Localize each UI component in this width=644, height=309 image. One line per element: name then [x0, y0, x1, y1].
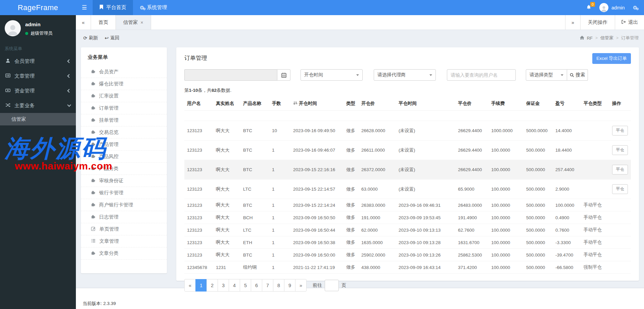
- cell-margin: 500.0000: [523, 224, 553, 236]
- cell-realname: 啊大大: [213, 141, 240, 160]
- cell-profit: -3.3300: [553, 236, 581, 249]
- bizmenu-item[interactable]: 商户银行卡管理: [81, 199, 167, 211]
- order-row: 123123啊大大BCH12023-09-09 16:50:50做多191.00…: [184, 211, 631, 224]
- bizmenu-item[interactable]: 产品分类: [81, 163, 167, 175]
- close-position-button[interactable]: 平仓: [612, 145, 628, 155]
- chevron-left-icon: [67, 89, 71, 92]
- tab-home[interactable]: 首页: [91, 15, 116, 30]
- cell-open-price: 63.0000: [359, 180, 396, 199]
- bizmenu-item[interactable]: 交易总览: [81, 126, 167, 139]
- nav-item-platform-home[interactable]: 平台首页: [93, 0, 133, 15]
- settings-button[interactable]: ⚙⚙: [633, 5, 637, 10]
- bizmenu-item[interactable]: 产品风控: [81, 151, 167, 163]
- sidebar-item-articles[interactable]: 文章管理: [0, 69, 76, 83]
- cell-product: LTC: [240, 180, 269, 199]
- cell-action: [609, 236, 631, 249]
- logout-button[interactable]: 退出: [615, 15, 644, 30]
- sidebar-item-main-business[interactable]: 主要业务: [0, 98, 76, 113]
- agent-select-value: 请选择代理商: [377, 72, 406, 78]
- close-position-button[interactable]: 平仓: [612, 165, 628, 175]
- bizmenu-item[interactable]: 订单管理: [81, 102, 167, 114]
- agent-select[interactable]: 请选择代理商: [374, 69, 436, 81]
- refresh-button[interactable]: ⟳刷新: [83, 35, 98, 41]
- page-button[interactable]: 1: [195, 279, 207, 292]
- cell-profit: 0.4900: [553, 211, 581, 224]
- page-button[interactable]: 5: [240, 279, 251, 292]
- cell-fee: 100.0000: [489, 261, 523, 274]
- goto-page-input[interactable]: [325, 280, 339, 291]
- cell-product: [240, 111, 269, 121]
- search-button[interactable]: 搜索: [567, 69, 588, 81]
- tab-close-icon[interactable]: ×: [141, 20, 143, 25]
- brand-logo[interactable]: RageFrame: [0, 0, 76, 15]
- back-button[interactable]: ↩返回: [105, 35, 120, 41]
- puzzle-icon: [91, 166, 95, 171]
- user-menu-label: admin: [611, 5, 625, 10]
- page-button[interactable]: 3: [218, 279, 229, 292]
- bizmenu-item[interactable]: 审核身份证: [81, 175, 167, 187]
- tab-xinguanjia[interactable]: 信管家 ×: [116, 15, 151, 30]
- column-header[interactable]: 开仓时间: [290, 97, 343, 111]
- bizmenu-item[interactable]: 单页管理: [81, 223, 167, 235]
- page-button[interactable]: 2: [206, 279, 218, 292]
- cell-fee: 100.0000: [489, 180, 523, 199]
- bizmenu-item-label: 汇率设置: [99, 93, 119, 99]
- tab-scroll-left-button[interactable]: «: [76, 15, 91, 30]
- close-position-button[interactable]: 平仓: [612, 126, 628, 136]
- cell-fee: 100.0000: [489, 160, 523, 180]
- bizmenu-item-label: 日志管理: [99, 214, 119, 220]
- order-row: 123123啊大大BTC12023-09-15 22:16:16做多26372.…: [184, 160, 631, 180]
- close-operations-button[interactable]: 关闭操作: [580, 15, 615, 30]
- sidebar-item-members[interactable]: 会员管理: [0, 54, 76, 69]
- sidebar-toggle-button[interactable]: ☰: [76, 0, 93, 15]
- sidebar-subitem-xinguanjia[interactable]: 信管家: [0, 113, 76, 125]
- cell-close-price: 65.9000: [455, 180, 489, 199]
- bookmark-icon: [99, 5, 103, 10]
- user-menu-button[interactable]: admin: [599, 3, 625, 12]
- bizmenu-item[interactable]: 文章管理: [81, 235, 167, 247]
- type-select[interactable]: 请选择类型: [526, 69, 567, 81]
- cell-product: BCH: [240, 211, 269, 224]
- bizmenu-item[interactable]: 爆仓比管理: [81, 78, 167, 90]
- bizmenu-item-label: 审核身份证: [99, 178, 124, 184]
- close-position-button[interactable]: 平仓: [612, 184, 628, 194]
- page-next-button[interactable]: »: [295, 279, 307, 292]
- username-search-input[interactable]: [447, 69, 516, 81]
- cell-open-time: 2023-09-09 16:50:50: [290, 211, 343, 224]
- bizmenu-item[interactable]: 会员资产: [81, 66, 167, 78]
- page-button[interactable]: 9: [284, 279, 295, 292]
- page-button[interactable]: 7: [262, 279, 273, 292]
- nav-item-system-admin[interactable]: ⚙⚙ 系统管理: [133, 0, 174, 15]
- page-button[interactable]: 8: [273, 279, 284, 292]
- sidebar-item-funds[interactable]: 资金管理: [0, 83, 76, 98]
- tab-scroll-right-button[interactable]: »: [565, 15, 580, 30]
- notifications-button[interactable]: 0: [586, 4, 591, 11]
- open-time-select[interactable]: 开仓时间: [301, 69, 363, 81]
- bizmenu-item[interactable]: 汇率设置: [81, 90, 167, 102]
- top-navbar: RageFrame ☰ 平台首页 ⚙⚙ 系统管理 0 admin ⚙⚙: [0, 0, 644, 15]
- filter-row: 开仓时间 请选择代理商 请选择类型 搜索: [184, 69, 631, 81]
- cell-close-price: [455, 111, 489, 121]
- column-header: 真实姓名: [213, 97, 240, 111]
- bizmenu-item[interactable]: 银行卡管理: [81, 187, 167, 199]
- date-range-input[interactable]: [184, 69, 277, 81]
- bizmenu-item[interactable]: 日志管理: [81, 211, 167, 223]
- page-button[interactable]: 4: [229, 279, 240, 292]
- page-prev-button[interactable]: «: [184, 279, 196, 292]
- page-button[interactable]: 6: [251, 279, 262, 292]
- cell-close-time: (未设置): [396, 121, 455, 141]
- cell-profit: -39.4700: [553, 249, 581, 261]
- bizmenu-item[interactable]: 文章分类: [81, 247, 167, 260]
- breadcrumb-item[interactable]: 信管家: [600, 35, 613, 41]
- column-header: 平仓价: [455, 97, 489, 111]
- cell-open-time: 2023-09-16 09:46:07: [290, 141, 343, 160]
- calendar-button[interactable]: [277, 69, 290, 81]
- bizmenu-item[interactable]: 产品管理: [81, 139, 167, 151]
- excel-export-button[interactable]: Excel 导出订单: [592, 53, 631, 64]
- bizmenu-item-label: 文章管理: [99, 238, 119, 244]
- main-sidebar: admin 超级管理员 系统菜单 会员管理 文章管理 资金管理 主要业务: [0, 15, 76, 309]
- money-icon: [5, 88, 10, 94]
- bizmenu-item[interactable]: 挂单管理: [81, 114, 167, 126]
- breadcrumb-root[interactable]: RF: [587, 36, 593, 41]
- cell-margin: 5000.0000: [523, 121, 553, 141]
